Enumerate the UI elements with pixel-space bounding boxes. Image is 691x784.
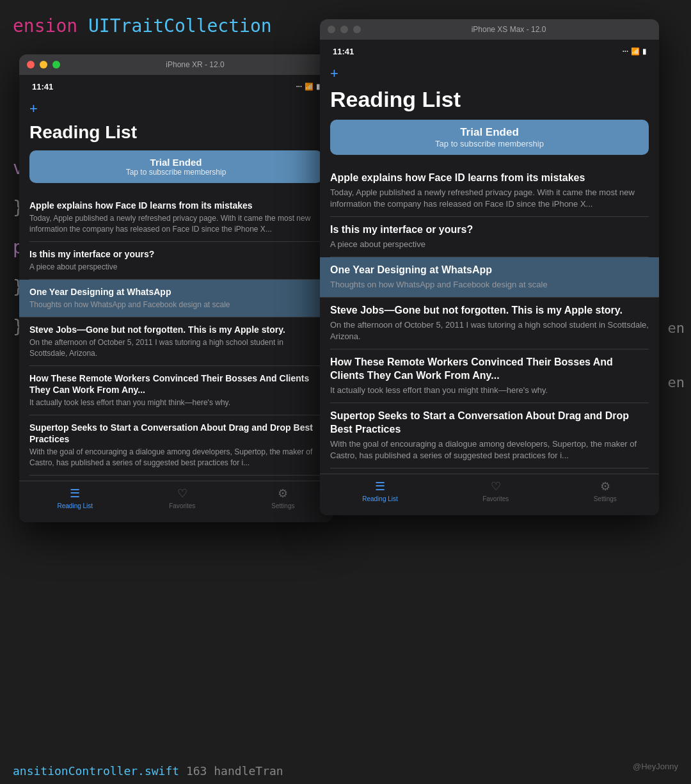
page-title-right: Reading List — [330, 84, 649, 120]
article-item-left-3[interactable]: Steve Jobs—Gone but not forgotten. This … — [29, 317, 322, 366]
tab-list-icon-right: ☰ — [375, 479, 385, 493]
article-desc-right-4: It actually took less effort than you mi… — [330, 385, 649, 396]
dots-icon-left: ··· — [296, 83, 302, 90]
article-item-left-4[interactable]: How These Remote Workers Convinced Their… — [29, 366, 322, 415]
article-title-left-2: One Year Designing at WhatsApp — [29, 286, 322, 298]
article-item-left-0[interactable]: Apple explains how Face ID learns from i… — [29, 193, 322, 242]
article-title-left-0: Apple explains how Face ID learns from i… — [29, 200, 322, 211]
page-title-left: Reading List — [29, 120, 322, 150]
article-title-right-3: Steve Jobs—Gone but not forgotten. This … — [330, 304, 649, 317]
tab-favorites-label-left: Favorites — [169, 502, 195, 509]
article-desc-right-0: Today, Apple published a newly refreshed… — [330, 187, 649, 210]
add-button-left[interactable]: + — [29, 95, 322, 120]
article-desc-right-3: On the afternoon of October 5, 2011 I wa… — [330, 319, 649, 342]
article-item-right-1[interactable]: Is this my interface or yours? A piece a… — [330, 217, 649, 257]
notch-left — [136, 77, 213, 90]
article-title-left-5: Supertop Seeks to Start a Conversation A… — [29, 422, 322, 445]
article-title-left-1: Is this my interface or yours? — [29, 248, 322, 260]
add-button-right[interactable]: + — [330, 60, 649, 84]
app-content-right: + Reading List Trial Ended Tap to subscr… — [320, 60, 659, 468]
bottom-code: ansitionController.swift 163 handleTran — [0, 758, 691, 784]
article-item-right-3[interactable]: Steve Jobs—Gone but not forgotten. This … — [330, 298, 649, 349]
tab-gear-icon-left: ⚙ — [278, 486, 288, 500]
article-title-left-4: How These Remote Workers Convinced Their… — [29, 372, 322, 396]
article-item-right-5[interactable]: Supertop Seeks to Start a Conversation A… — [330, 403, 649, 468]
status-icons-left: ··· 📶 ▮ — [296, 83, 320, 91]
status-bar-right: 11:41 ··· 📶 ▮ — [320, 40, 659, 60]
iphone-xs-max-frame: 11:41 ··· 📶 ▮ + Reading List Trial Ended… — [320, 40, 659, 515]
article-desc-left-4: It actually took less effort than you mi… — [29, 397, 322, 408]
tab-favorites-label-right: Favorites — [482, 495, 509, 502]
tab-favorites-left[interactable]: ♡ Favorites — [169, 486, 195, 509]
tab-heart-icon-left: ♡ — [177, 486, 187, 500]
app-content-left: + Reading List Trial Ended Tap to subscr… — [19, 95, 333, 476]
window-right: iPhone XS Max - 12.0 11:41 ··· 📶 ▮ + Rea… — [320, 19, 659, 515]
titlebar-right: iPhone XS Max - 12.0 — [320, 19, 659, 40]
article-title-left-3: Steve Jobs—Gone but not forgotten. This … — [29, 324, 322, 335]
tab-settings-label-left: Settings — [271, 502, 294, 509]
tab-bar-left: ☰ Reading List ♡ Favorites ⚙ Settings — [19, 481, 333, 522]
article-item-right-2[interactable]: One Year Designing at WhatsApp Thoughts … — [320, 257, 659, 298]
tab-reading-list-label-right: Reading List — [362, 495, 398, 502]
article-item-right-4[interactable]: How These Remote Workers Convinced Their… — [330, 349, 649, 403]
tab-list-icon-left: ☰ — [70, 486, 80, 500]
tab-settings-right[interactable]: ⚙ Settings — [594, 479, 617, 502]
trial-subscribe-label-right: Tap to subscribe membership — [340, 139, 639, 148]
window-title-right: iPhone XS Max - 12.0 — [366, 25, 651, 34]
article-title-right-1: Is this my interface or yours? — [330, 223, 649, 237]
article-item-right-0[interactable]: Apple explains how Face ID learns from i… — [330, 165, 649, 217]
close-button-right[interactable] — [328, 26, 335, 33]
maximize-button-right[interactable] — [353, 26, 361, 33]
article-desc-left-3: On the afternoon of October 5, 2011 I wa… — [29, 337, 322, 359]
status-icons-right: ··· 📶 ▮ — [623, 47, 646, 56]
tab-bar-right: ☰ Reading List ♡ Favorites ⚙ Settings — [320, 474, 659, 515]
maximize-button-left[interactable] — [52, 61, 60, 68]
watermark: @HeyJonny — [633, 762, 678, 771]
article-item-left-2[interactable]: One Year Designing at WhatsApp Thoughts … — [19, 280, 333, 317]
window-title-left: iPhone XR - 12.0 — [65, 60, 325, 69]
titlebar-left: iPhone XR - 12.0 — [19, 54, 333, 75]
article-desc-left-1: A piece about perspective — [29, 262, 322, 273]
tab-favorites-right[interactable]: ♡ Favorites — [482, 479, 509, 502]
tab-reading-list-left[interactable]: ☰ Reading List — [58, 486, 93, 509]
tab-settings-left[interactable]: ⚙ Settings — [271, 486, 294, 509]
window-left: iPhone XR - 12.0 11:41 ··· 📶 ▮ + Reading… — [19, 54, 333, 522]
article-title-right-4: How These Remote Workers Convinced Their… — [330, 356, 649, 383]
close-button-left[interactable] — [27, 61, 35, 68]
article-item-left-5[interactable]: Supertop Seeks to Start a Conversation A… — [29, 415, 322, 476]
time-left: 11:41 — [32, 82, 53, 92]
tab-reading-list-label-left: Reading List — [58, 502, 93, 509]
wifi-icon-right: 📶 — [631, 47, 640, 56]
article-title-right-2: One Year Designing at WhatsApp — [330, 264, 649, 277]
notch-right — [450, 42, 527, 55]
article-desc-right-1: A piece about perspective — [330, 239, 649, 250]
article-title-right-0: Apple explains how Face ID learns from i… — [330, 172, 649, 185]
dots-icon-right: ··· — [623, 47, 628, 55]
tab-reading-list-right[interactable]: ☰ Reading List — [362, 479, 398, 502]
trial-subscribe-label-left: Tap to subscribe membership — [40, 168, 312, 177]
right-side-code: en en — [668, 320, 685, 390]
article-title-right-5: Supertop Seeks to Start a Conversation A… — [330, 410, 649, 436]
article-desc-right-5: With the goal of encouraging a dialogue … — [330, 438, 649, 461]
tab-gear-icon-right: ⚙ — [600, 479, 610, 493]
trial-ended-label-right: Trial Ended — [340, 126, 639, 139]
trial-banner-left[interactable]: Trial Ended Tap to subscribe membership — [29, 150, 322, 183]
tab-settings-label-right: Settings — [594, 495, 617, 502]
time-right: 11:41 — [333, 47, 354, 56]
battery-icon-right: ▮ — [642, 47, 646, 56]
minimize-button-left[interactable] — [40, 61, 47, 68]
article-item-left-1[interactable]: Is this my interface or yours? A piece a… — [29, 242, 322, 280]
minimize-button-right[interactable] — [340, 26, 348, 33]
trial-ended-label-left: Trial Ended — [40, 157, 312, 168]
article-desc-left-2: Thoughts on how WhatsApp and Facebook de… — [29, 300, 322, 310]
trial-banner-right[interactable]: Trial Ended Tap to subscribe membership — [330, 120, 649, 155]
status-bar-left: 11:41 ··· 📶 ▮ — [19, 75, 333, 95]
wifi-icon-left: 📶 — [305, 83, 314, 91]
article-desc-left-0: Today, Apple published a newly refreshed… — [29, 213, 322, 235]
tab-heart-icon-right: ♡ — [491, 479, 501, 493]
iphone-xr-frame: 11:41 ··· 📶 ▮ + Reading List Trial Ended… — [19, 75, 333, 522]
article-desc-right-2: Thoughts on how WhatsApp and Facebook de… — [330, 279, 649, 291]
article-desc-left-5: With the goal of encouraging a dialogue … — [29, 447, 322, 468]
